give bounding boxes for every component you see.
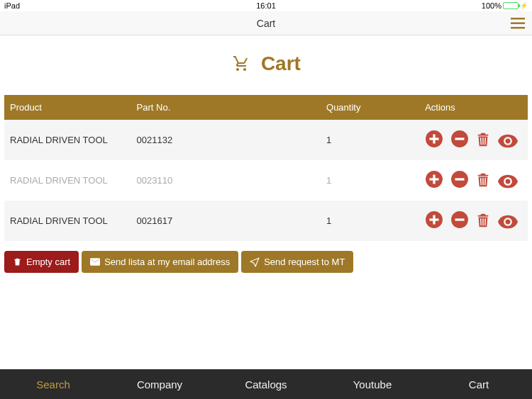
- svg-rect-1: [511, 22, 525, 24]
- tab-cart[interactable]: Cart: [426, 369, 532, 399]
- send-mt-button[interactable]: Send request to MT: [241, 251, 353, 273]
- view-button[interactable]: [498, 174, 518, 189]
- send-mt-label: Send request to MT: [264, 257, 345, 267]
- cell-product: RADIAL DRIVEN TOOL: [4, 160, 131, 201]
- content: Cart Product Part No. Quantity Actions R…: [0, 35, 532, 369]
- button-row: Empty cart Send lista at my email addres…: [4, 251, 528, 273]
- increment-button[interactable]: [425, 130, 443, 148]
- cell-partno: 0023110: [131, 160, 321, 201]
- eye-icon: [498, 174, 518, 189]
- trash-icon: [475, 172, 491, 189]
- plus-circle-icon: [425, 170, 443, 189]
- tab-company[interactable]: Company: [106, 369, 213, 399]
- cell-partno: 0021132: [131, 120, 321, 160]
- tab-youtube[interactable]: Youtube: [319, 369, 426, 399]
- cell-product: RADIAL DRIVEN TOOL: [4, 201, 131, 241]
- hamburger-icon: [511, 18, 525, 29]
- status-time: 16:01: [256, 1, 276, 10]
- th-quantity: Quantity: [321, 95, 419, 120]
- cart-table: Product Part No. Quantity Actions RADIAL…: [4, 95, 528, 241]
- minus-circle-icon: [450, 210, 469, 229]
- trash-icon: [475, 131, 491, 148]
- status-bar: iPad 16:01 100% ⚡: [0, 0, 532, 11]
- svg-rect-7: [455, 137, 464, 140]
- send-email-button[interactable]: Send lista at my email address: [82, 251, 238, 273]
- bottom-nav: Search Company Catalogs Youtube Cart: [0, 369, 532, 399]
- empty-cart-button[interactable]: Empty cart: [4, 251, 79, 273]
- delete-button[interactable]: [475, 212, 491, 229]
- envelope-icon: [90, 258, 100, 266]
- paper-plane-icon: [250, 257, 260, 267]
- table-header-row: Product Part No. Quantity Actions: [4, 95, 528, 120]
- delete-button[interactable]: [475, 172, 491, 189]
- minus-circle-icon: [450, 170, 469, 189]
- menu-button[interactable]: [511, 18, 525, 29]
- cell-quantity: 1: [321, 160, 419, 201]
- charging-icon: ⚡: [520, 2, 528, 9]
- th-partno: Part No.: [131, 95, 321, 120]
- svg-rect-10: [433, 175, 436, 184]
- battery-percent: 100%: [482, 1, 501, 10]
- table-row: RADIAL DRIVEN TOOL 0023110 1: [4, 160, 528, 201]
- tab-company-label: Company: [137, 378, 182, 390]
- decrement-button[interactable]: [450, 170, 469, 189]
- battery-icon: [503, 2, 519, 9]
- eye-icon: [498, 134, 518, 148]
- tab-cart-label: Cart: [469, 378, 489, 390]
- delete-button[interactable]: [475, 131, 491, 148]
- tab-catalogs[interactable]: Catalogs: [213, 369, 319, 399]
- tab-search[interactable]: Search: [0, 369, 106, 399]
- table-row: RADIAL DRIVEN TOOL 0021617 1: [4, 201, 528, 241]
- tab-catalogs-label: Catalogs: [245, 378, 287, 390]
- minus-circle-icon: [450, 130, 469, 148]
- svg-rect-17: [455, 218, 464, 220]
- increment-button[interactable]: [425, 170, 443, 189]
- svg-rect-5: [433, 135, 436, 144]
- view-button[interactable]: [498, 215, 518, 229]
- svg-rect-0: [511, 18, 525, 20]
- decrement-button[interactable]: [450, 210, 469, 229]
- cart-icon: [231, 52, 257, 74]
- cell-product: RADIAL DRIVEN TOOL: [4, 120, 131, 160]
- plus-circle-icon: [425, 210, 443, 229]
- svg-rect-2: [511, 27, 525, 29]
- tab-search-label: Search: [36, 378, 70, 390]
- cell-actions: [419, 120, 528, 160]
- device-label: iPad: [4, 1, 20, 10]
- send-email-label: Send lista at my email address: [104, 257, 230, 267]
- cell-actions: [419, 201, 528, 241]
- tab-youtube-label: Youtube: [353, 378, 392, 390]
- empty-cart-label: Empty cart: [26, 257, 70, 267]
- status-right: 100% ⚡: [482, 1, 528, 10]
- cell-partno: 0021617: [131, 201, 321, 241]
- th-actions: Actions: [419, 95, 528, 120]
- nav-bar: Cart: [0, 11, 532, 35]
- decrement-button[interactable]: [450, 130, 469, 148]
- page-title-text: Cart: [261, 52, 301, 74]
- trash-icon: [13, 257, 22, 266]
- increment-button[interactable]: [425, 210, 443, 229]
- nav-title: Cart: [257, 18, 275, 29]
- trash-icon: [475, 212, 491, 229]
- cell-quantity: 1: [321, 201, 419, 241]
- eye-icon: [498, 215, 518, 229]
- cell-actions: [419, 160, 528, 201]
- svg-rect-15: [433, 215, 436, 225]
- plus-circle-icon: [425, 130, 443, 148]
- table-row: RADIAL DRIVEN TOOL 0021132 1: [4, 120, 528, 160]
- svg-rect-12: [455, 178, 464, 180]
- view-button[interactable]: [498, 134, 518, 148]
- page-title: Cart: [0, 52, 532, 75]
- cell-quantity: 1: [321, 120, 419, 160]
- th-product: Product: [4, 95, 131, 120]
